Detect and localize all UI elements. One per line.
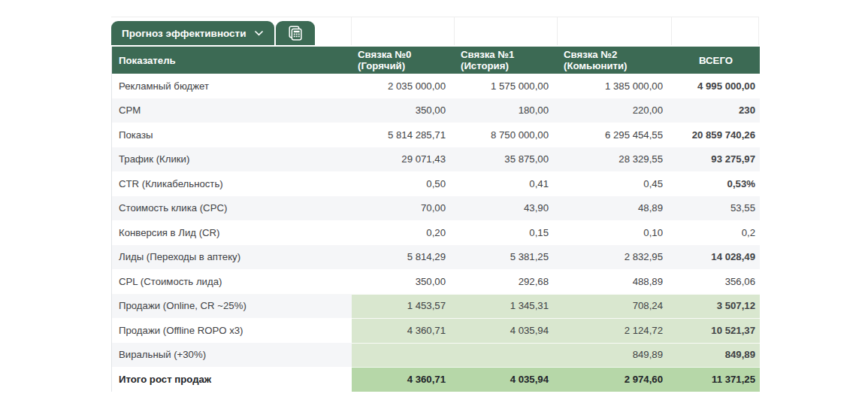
table-row: Лиды (Переходы в аптеку) 5 814,29 5 381,…: [112, 245, 760, 270]
table-row: Стоимость клика (CPC) 70,00 43,90 48,89 …: [112, 196, 760, 221]
total-cell[interactable]: 11 371,25: [672, 367, 760, 392]
table-row: Конверсия в Лид (CR) 0,20 0,15 0,10 0,2: [112, 220, 760, 245]
table-row: CTR (Кликабельность) 0,50 0,41 0,45 0,53…: [112, 171, 760, 196]
table-header-row: Показатель Связка №0 (Горячий) Связка №1…: [112, 47, 760, 74]
background-gridline: [671, 17, 672, 45]
header-total[interactable]: ВСЕГО: [672, 47, 760, 74]
table-row: Продажи (Online, CR ~25%) 1 453,57 1 345…: [112, 294, 760, 319]
value-cell-col2[interactable]: 708,24: [558, 294, 672, 319]
value-cell-col1[interactable]: 4 035,94: [455, 318, 558, 343]
total-cell[interactable]: 230: [672, 98, 760, 123]
header-metric[interactable]: Показатель: [112, 47, 352, 74]
value-cell-col1[interactable]: 8 750 000,00: [455, 123, 558, 147]
metric-cell[interactable]: CTR (Кликабельность): [112, 171, 352, 196]
metric-cell[interactable]: Стоимость клика (CPC): [112, 196, 352, 221]
metric-cell[interactable]: Трафик (Клики): [112, 147, 352, 172]
value-cell-col1[interactable]: 4 035,94: [455, 367, 558, 392]
value-cell-col1[interactable]: [455, 343, 558, 368]
value-cell-col2[interactable]: 0,45: [558, 171, 672, 196]
metric-cell[interactable]: Конверсия в Лид (CR): [112, 220, 352, 245]
chevron-down-icon[interactable]: [255, 31, 263, 36]
table-row: Виральный (+30%) 849,89 849,89: [112, 343, 760, 368]
value-cell-col0[interactable]: 0,50: [352, 171, 455, 196]
total-cell[interactable]: 14 028,49: [672, 245, 760, 270]
background-gridline: [454, 17, 455, 45]
value-cell-col0[interactable]: 0,20: [352, 220, 455, 245]
value-cell-col0[interactable]: 4 360,71: [352, 367, 455, 392]
table-row: Трафик (Клики) 29 071,43 35 875,00 28 32…: [112, 147, 760, 172]
background-gridline: [557, 17, 558, 45]
total-cell[interactable]: 356,06: [672, 269, 760, 294]
sheet-tab-label: Прогноз эффективности: [122, 28, 246, 39]
value-cell-col1[interactable]: 1 345,31: [455, 294, 558, 319]
total-cell[interactable]: 0,2: [672, 220, 760, 245]
value-cell-col0[interactable]: 5 814,29: [352, 245, 455, 270]
table-body: Рекламный бюджет 2 035 000,00 1 575 000,…: [112, 74, 760, 392]
value-cell-col1[interactable]: 292,68: [455, 269, 558, 294]
header-col1[interactable]: Связка №1 (История): [455, 47, 558, 74]
metric-cell[interactable]: CPL (Стоимость лида): [112, 269, 352, 294]
value-cell-col0[interactable]: 350,00: [352, 269, 455, 294]
calculator-icon: [287, 25, 304, 41]
sheet-tab-active[interactable]: Прогноз эффективности: [111, 21, 274, 45]
metric-cell[interactable]: CPM: [112, 98, 352, 123]
total-cell[interactable]: 0,53%: [672, 171, 760, 196]
value-cell-col0[interactable]: [352, 343, 455, 368]
value-cell-col2[interactable]: 2 124,72: [558, 318, 672, 343]
total-cell[interactable]: 53,55: [672, 196, 760, 221]
value-cell-col1[interactable]: 0,41: [455, 171, 558, 196]
metric-cell[interactable]: Продажи (Offline ROPO x3): [112, 318, 352, 343]
value-cell-col1[interactable]: 180,00: [455, 98, 558, 123]
table-row: CPM 350,00 180,00 220,00 230: [112, 98, 760, 123]
metric-cell[interactable]: Продажи (Online, CR ~25%): [112, 294, 352, 319]
table-row: Итого рост продаж 4 360,71 4 035,94 2 97…: [112, 367, 760, 392]
value-cell-col1[interactable]: 5 381,25: [455, 245, 558, 270]
total-cell[interactable]: 20 859 740,26: [672, 123, 760, 147]
total-cell[interactable]: 3 507,12: [672, 294, 760, 319]
value-cell-col2[interactable]: 2 832,95: [558, 245, 672, 270]
header-col2[interactable]: Связка №2 (Комьюнити): [558, 47, 672, 74]
value-cell-col0[interactable]: 1 453,57: [352, 294, 455, 319]
value-cell-col2[interactable]: 0,10: [558, 220, 672, 245]
value-cell-col2[interactable]: 48,89: [558, 196, 672, 221]
forecast-table: Показатель Связка №0 (Горячий) Связка №1…: [111, 47, 760, 392]
value-cell-col1[interactable]: 35 875,00: [455, 147, 558, 172]
total-cell[interactable]: 10 521,37: [672, 318, 760, 343]
total-cell[interactable]: 849,89: [672, 343, 760, 368]
value-cell-col2[interactable]: 220,00: [558, 98, 672, 123]
value-cell-col0[interactable]: 5 814 285,71: [352, 123, 455, 147]
value-cell-col1[interactable]: 43,90: [455, 196, 558, 221]
table-row: CPL (Стоимость лида) 350,00 292,68 488,8…: [112, 269, 760, 294]
header-col0[interactable]: Связка №0 (Горячий): [352, 47, 455, 74]
value-cell-col2[interactable]: 1 385 000,00: [558, 74, 672, 98]
background-gridline: [111, 17, 759, 17]
table-row: Рекламный бюджет 2 035 000,00 1 575 000,…: [112, 74, 760, 98]
value-cell-col2[interactable]: 488,89: [558, 269, 672, 294]
value-cell-col0[interactable]: 4 360,71: [352, 318, 455, 343]
value-cell-col2[interactable]: 28 329,55: [558, 147, 672, 172]
value-cell-col0[interactable]: 29 071,43: [352, 147, 455, 172]
value-cell-col2[interactable]: 849,89: [558, 343, 672, 368]
value-cell-col1[interactable]: 1 575 000,00: [455, 74, 558, 98]
total-cell[interactable]: 93 275,97: [672, 147, 760, 172]
value-cell-col0[interactable]: 70,00: [352, 196, 455, 221]
spreadsheet-view: Прогноз эффективности Показатель Связка …: [0, 0, 868, 409]
all-sheets-button[interactable]: [276, 21, 315, 45]
table-row: Продажи (Offline ROPO x3) 4 360,71 4 035…: [112, 318, 760, 343]
metric-cell[interactable]: Показы: [112, 123, 352, 147]
metric-cell[interactable]: Итого рост продаж: [112, 367, 352, 392]
value-cell-col0[interactable]: 350,00: [352, 98, 455, 123]
background-gridline: [758, 17, 759, 45]
table-row: Показы 5 814 285,71 8 750 000,00 6 295 4…: [112, 123, 760, 147]
value-cell-col0[interactable]: 2 035 000,00: [352, 74, 455, 98]
metric-cell[interactable]: Рекламный бюджет: [112, 74, 352, 98]
value-cell-col2[interactable]: 6 295 454,55: [558, 123, 672, 147]
value-cell-col1[interactable]: 0,15: [455, 220, 558, 245]
metric-cell[interactable]: Виральный (+30%): [112, 343, 352, 368]
metric-cell[interactable]: Лиды (Переходы в аптеку): [112, 245, 352, 270]
value-cell-col2[interactable]: 2 974,60: [558, 367, 672, 392]
background-gridline: [351, 17, 352, 45]
total-cell[interactable]: 4 995 000,00: [672, 74, 760, 98]
sheet-tab-bar: Прогноз эффективности: [111, 21, 315, 45]
